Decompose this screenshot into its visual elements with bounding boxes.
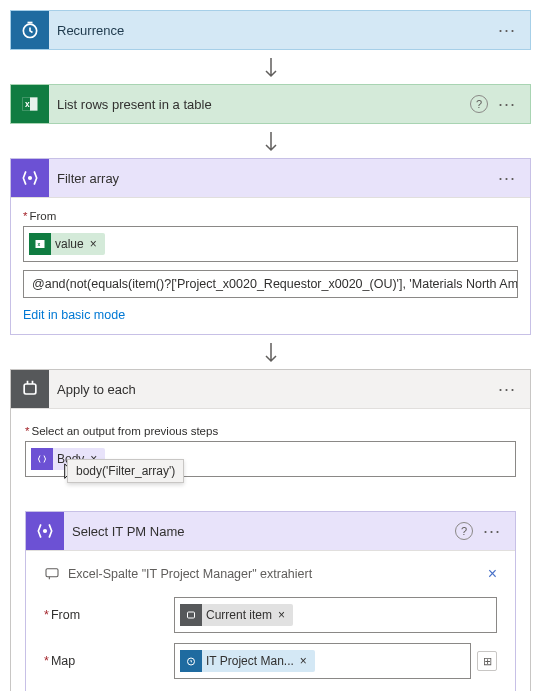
more-icon[interactable]: ··· xyxy=(492,94,522,115)
help-icon[interactable]: ? xyxy=(470,95,488,113)
loop-icon xyxy=(11,370,49,408)
apply-header[interactable]: Apply to each ··· xyxy=(11,370,530,408)
more-icon[interactable]: ··· xyxy=(477,521,507,542)
comment-icon xyxy=(44,566,60,582)
recurrence-step[interactable]: Recurrence ··· xyxy=(10,10,531,50)
svg-rect-10 xyxy=(188,612,195,618)
recurrence-title: Recurrence xyxy=(49,23,492,38)
remove-token-icon[interactable]: × xyxy=(88,237,99,251)
select-map-input[interactable]: IT Project Man... × xyxy=(174,643,471,679)
apply-to-each-step[interactable]: Apply to each ··· *Select an output from… xyxy=(10,369,531,691)
output-label: *Select an output from previous steps xyxy=(25,425,516,437)
token-label: value xyxy=(55,237,84,251)
flow-arrow xyxy=(10,50,531,84)
apply-body: *Select an output from previous steps Bo… xyxy=(11,408,530,691)
excel-icon: x xyxy=(29,233,51,255)
more-icon[interactable]: ··· xyxy=(492,20,522,41)
clock-icon xyxy=(180,650,202,672)
from-label: *From xyxy=(44,608,174,622)
filter-header[interactable]: Filter array ··· xyxy=(11,159,530,197)
remove-token-icon[interactable]: × xyxy=(276,608,287,622)
remove-token-icon[interactable]: × xyxy=(298,654,309,668)
map-label: *Map xyxy=(44,654,174,668)
excel-icon: x xyxy=(11,85,49,123)
svg-text:x: x xyxy=(25,99,30,109)
switch-map-mode-button[interactable]: ⊞ xyxy=(477,651,497,671)
apply-title: Apply to each xyxy=(49,382,492,397)
svg-point-4 xyxy=(29,177,32,180)
flow-arrow xyxy=(10,124,531,158)
data-operations-icon xyxy=(31,448,53,470)
from-input[interactable]: x value × xyxy=(23,226,518,262)
value-token[interactable]: x value × xyxy=(29,233,105,255)
comment-text: Excel-Spalte "IT Project Manager" extrah… xyxy=(68,567,312,581)
list-rows-header[interactable]: x List rows present in a table ? ··· xyxy=(11,85,530,123)
filter-array-step[interactable]: Filter array ··· *From x value × @and(no… xyxy=(10,158,531,335)
close-icon[interactable]: × xyxy=(488,565,497,583)
help-icon[interactable]: ? xyxy=(455,522,473,540)
svg-rect-7 xyxy=(24,384,36,394)
edit-basic-mode-link[interactable]: Edit in basic mode xyxy=(23,308,125,322)
from-label: *From xyxy=(23,210,518,222)
data-operations-icon xyxy=(11,159,49,197)
current-item-token[interactable]: Current item × xyxy=(180,604,293,626)
token-label: Current item xyxy=(206,608,272,622)
more-icon[interactable]: ··· xyxy=(492,168,522,189)
svg-point-8 xyxy=(44,530,47,533)
filter-body: *From x value × @and(not(equals(item()?[… xyxy=(11,197,530,334)
select-title: Select IT PM Name xyxy=(64,524,455,539)
comment-row: Excel-Spalte "IT Project Manager" extrah… xyxy=(44,565,497,583)
token-tooltip: body('Filter_array') xyxy=(67,459,184,483)
filter-expression-input[interactable]: @and(not(equals(item()?['Project_x0020_R… xyxy=(23,270,518,298)
more-icon[interactable]: ··· xyxy=(492,379,522,400)
select-header[interactable]: Select IT PM Name ? ··· xyxy=(26,512,515,550)
filter-title: Filter array xyxy=(49,171,492,186)
loop-icon xyxy=(180,604,202,626)
data-operations-icon xyxy=(26,512,64,550)
svg-text:x: x xyxy=(38,241,41,247)
select-body: Excel-Spalte "IT Project Manager" extrah… xyxy=(26,550,515,691)
list-rows-title: List rows present in a table xyxy=(49,97,470,112)
list-rows-step[interactable]: x List rows present in a table ? ··· xyxy=(10,84,531,124)
svg-rect-9 xyxy=(46,569,58,577)
recurrence-header[interactable]: Recurrence ··· xyxy=(11,11,530,49)
clock-icon xyxy=(11,11,49,49)
it-pm-token[interactable]: IT Project Man... × xyxy=(180,650,315,672)
flow-arrow xyxy=(10,335,531,369)
select-from-input[interactable]: Current item × xyxy=(174,597,497,633)
token-label: IT Project Man... xyxy=(206,654,294,668)
select-step[interactable]: Select IT PM Name ? ··· Excel-Spalte "IT… xyxy=(25,511,516,691)
